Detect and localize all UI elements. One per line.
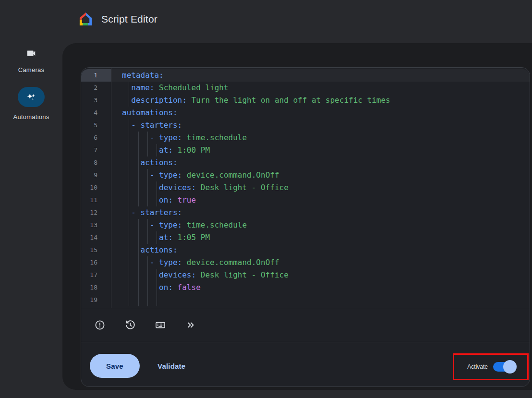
code-line[interactable]: 12 - starters: <box>81 206 530 219</box>
indent-guide <box>129 181 129 194</box>
code-line[interactable]: 16 - type: device.command.OnOff <box>81 256 530 269</box>
code-line[interactable]: 3 description: Turn the light on and off… <box>81 94 530 107</box>
indent-guide <box>147 194 148 206</box>
code-line[interactable]: 10 devices: Desk light - Office <box>81 181 530 194</box>
problems-button[interactable] <box>94 319 106 331</box>
indent-guide <box>157 281 157 294</box>
code-line-text <box>111 294 530 306</box>
indent-guide <box>157 144 157 157</box>
indent-guide <box>147 181 148 194</box>
indent-guide <box>129 206 129 219</box>
code-line[interactable]: 9 - type: device.command.OnOff <box>81 169 530 181</box>
save-button[interactable]: Save <box>90 354 140 378</box>
line-number: 14 <box>81 231 111 244</box>
code-line[interactable]: 8 actions: <box>81 157 530 169</box>
code-line[interactable]: 15 actions: <box>81 244 530 256</box>
validate-button[interactable]: Validate <box>155 362 188 371</box>
indent-guide <box>129 82 129 94</box>
line-number: 4 <box>81 107 111 119</box>
active-item-pill <box>18 87 45 107</box>
code-line[interactable]: 6 - type: time.schedule <box>81 132 530 144</box>
toggle-thumb <box>503 360 517 374</box>
code-line[interactable]: 7 at: 1:00 PM <box>81 144 530 157</box>
sidebar-item-cameras[interactable]: Cameras <box>0 48 62 73</box>
indent-guide <box>147 256 148 269</box>
indent-guide <box>157 181 157 194</box>
indent-guide <box>157 294 157 306</box>
code-line-text: - starters: <box>111 119 530 132</box>
editor-toolbar <box>81 308 530 342</box>
indent-guide <box>138 294 139 306</box>
script-editor-page: { "header": { "title": "Script Editor", … <box>0 0 532 398</box>
code-editor[interactable]: 1metadata:2 name: Scheduled light3 descr… <box>81 68 530 308</box>
indent-guide <box>129 256 129 269</box>
line-number: 19 <box>81 294 111 306</box>
error-icon <box>94 319 106 331</box>
sparkle-icon <box>26 92 36 102</box>
indent-guide <box>129 132 129 144</box>
code-line[interactable]: 5 - starters: <box>81 119 530 132</box>
sidebar: Cameras Automations <box>0 43 62 121</box>
indent-guide <box>147 132 148 144</box>
indent-guide <box>157 269 157 281</box>
app-header: Script Editor <box>78 11 157 27</box>
line-number: 10 <box>81 181 111 194</box>
editor-footer: Save Validate Activate <box>81 342 530 386</box>
line-number: 13 <box>81 219 111 231</box>
code-line-text: - starters: <box>111 206 530 219</box>
code-line[interactable]: 17 devices: Desk light - Office <box>81 269 530 281</box>
indent-guide <box>129 269 129 281</box>
code-line[interactable]: 2 name: Scheduled light <box>81 82 530 94</box>
indent-guide <box>129 281 129 294</box>
indent-guide <box>147 269 148 281</box>
activate-annotation-box: Activate <box>453 353 529 380</box>
line-number: 5 <box>81 119 111 132</box>
activate-toggle[interactable] <box>493 362 514 372</box>
code-line-text: on: true <box>111 194 530 206</box>
script-editor-panel: 1metadata:2 name: Scheduled light3 descr… <box>81 67 530 387</box>
code-line[interactable]: 4automations: <box>81 107 530 119</box>
indent-guide <box>129 94 129 107</box>
code-line-text: - type: device.command.OnOff <box>111 169 530 181</box>
indent-guide <box>129 244 129 256</box>
code-line[interactable]: 13 - type: time.schedule <box>81 219 530 231</box>
line-number: 16 <box>81 256 111 269</box>
expand-tools-button[interactable] <box>185 319 196 331</box>
activate-label: Activate <box>467 363 488 370</box>
indent-guide <box>147 219 148 231</box>
indent-guide <box>147 231 148 244</box>
indent-guide <box>129 119 129 132</box>
code-line[interactable]: 19 <box>81 294 530 306</box>
sidebar-item-label: Cameras <box>0 66 62 73</box>
indent-guide <box>147 169 148 181</box>
indent-guide <box>157 194 157 206</box>
indent-guide <box>138 256 139 269</box>
history-button[interactable] <box>124 319 136 331</box>
line-number: 15 <box>81 244 111 256</box>
line-number: 18 <box>81 281 111 294</box>
code-line[interactable]: 1metadata: <box>81 69 530 82</box>
code-line-text: name: Scheduled light <box>111 82 530 94</box>
code-line[interactable]: 14 at: 1:05 PM <box>81 231 530 244</box>
indent-guide <box>138 169 139 181</box>
indent-guide <box>157 231 157 244</box>
indent-guide <box>138 231 139 244</box>
indent-guide <box>138 157 139 169</box>
keyboard-button[interactable] <box>155 319 166 331</box>
code-line[interactable]: 11 on: true <box>81 194 530 206</box>
code-line-text: at: 1:00 PM <box>111 144 530 157</box>
line-number: 6 <box>81 132 111 144</box>
code-line-text: - type: time.schedule <box>111 219 530 231</box>
sidebar-item-automations[interactable]: Automations <box>0 87 62 121</box>
code-lines: 1metadata:2 name: Scheduled light3 descr… <box>81 69 530 306</box>
line-number: 1 <box>81 69 111 82</box>
code-line[interactable]: 18 on: false <box>81 281 530 294</box>
indent-guide <box>129 157 129 169</box>
page-title: Script Editor <box>101 13 157 25</box>
indent-guide <box>129 231 129 244</box>
double-arrow-icon <box>185 319 196 331</box>
code-line-text: at: 1:05 PM <box>111 231 530 244</box>
code-line-text: on: false <box>111 281 530 294</box>
line-number: 9 <box>81 169 111 181</box>
indent-guide <box>129 144 129 157</box>
